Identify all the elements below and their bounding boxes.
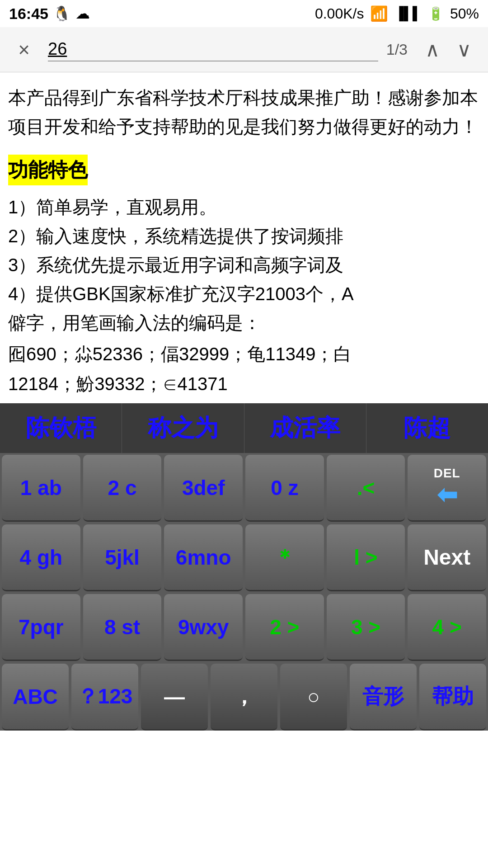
candidate-3[interactable]: 陈超 — [366, 403, 488, 453]
feature-list: 1）简单易学，直观易用。 2）输入速度快，系统精选提供了按词频排 3）系统优先提… — [8, 193, 480, 337]
key-star[interactable]: ＊ — [245, 524, 324, 591]
key-0z[interactable]: 0 z — [245, 455, 324, 522]
notification-icon: 🐧 — [53, 5, 71, 22]
key-dash[interactable]: — — [141, 664, 208, 731]
prev-button[interactable]: ∧ — [417, 38, 448, 61]
rare-chars: 囮690；尛52336；偪32999；龟11349；白 12184；魵39332… — [8, 339, 480, 399]
key-7pqr[interactable]: 7pqr — [2, 594, 80, 661]
key-3gt[interactable]: 3 > — [327, 594, 405, 661]
candidate-1[interactable]: 称之为 — [122, 403, 244, 453]
key-2c[interactable]: 2 c — [83, 455, 162, 522]
keyboard-row-last: ABC ？123 — ， ○ 音形 帮助 — [2, 664, 486, 731]
key-del[interactable]: DEL ⬅ — [408, 455, 486, 522]
feature-2: 2）输入速度快，系统精选提供了按词频排 — [8, 222, 480, 250]
rare-line-2: 12184；魵39332；∈41371 — [8, 369, 480, 399]
key-1ab[interactable]: 1 ab — [2, 455, 80, 522]
key-2gt[interactable]: 2 > — [245, 594, 324, 661]
key-circle[interactable]: ○ — [280, 664, 347, 731]
candidate-0[interactable]: 陈钦梧 — [0, 403, 122, 453]
backspace-icon: ⬅ — [437, 481, 457, 509]
key-8st[interactable]: 8 st — [83, 594, 162, 661]
key-l-gt[interactable]: l > — [327, 524, 405, 591]
doc-intro: 本产品得到广东省科学技术厅科技成果推广助！感谢参加本项目开发和给予支持帮助的见是… — [8, 83, 480, 141]
rare-line-1: 囮690；尛52336；偪32999；龟11349；白 — [8, 339, 480, 369]
keyboard-row-1: 1 ab 2 c 3def 0 z .< DEL ⬅ — [2, 455, 486, 522]
wifi-icon: 📶 — [370, 5, 388, 22]
feature-1: 1）简单易学，直观易用。 — [8, 193, 480, 222]
search-term[interactable]: 26 — [48, 38, 378, 61]
next-button[interactable]: Next — [408, 524, 486, 591]
key-yinxing[interactable]: 音形 — [350, 664, 417, 731]
section-title: 功能特色 — [8, 155, 88, 185]
candidate-2[interactable]: 成活率 — [244, 403, 366, 453]
status-bar: 16:45 🐧 ☁ 0.00K/s 📶 ▐▌▌ 🔋 50% — [0, 0, 488, 27]
key-abc[interactable]: ABC — [2, 664, 69, 731]
key-123[interactable]: ？123 — [71, 664, 138, 731]
keyboard: 1 ab 2 c 3def 0 z .< DEL ⬅ 4 gh 5jkl — [0, 453, 488, 731]
key-6mno[interactable]: 6mno — [164, 524, 243, 591]
key-4gt[interactable]: 4 > — [408, 594, 486, 661]
feature-5: 僻字，用笔画输入法的编码是： — [8, 308, 480, 337]
close-button[interactable]: × — [8, 38, 40, 61]
key-4gh[interactable]: 4 gh — [2, 524, 80, 591]
battery-level: 50% — [450, 5, 479, 22]
keyboard-row-2: 4 gh 5jkl 6mno ＊ l > Next — [2, 524, 486, 591]
key-comma[interactable]: ， — [211, 664, 277, 731]
network-speed: 0.00K/s — [315, 5, 364, 22]
candidate-bar: 陈钦梧 称之为 成活率 陈超 — [0, 403, 488, 453]
cloud-icon: ☁ — [75, 5, 90, 22]
document-content: 本产品得到广东省科学技术厅科技成果推广助！感谢参加本项目开发和给予支持帮助的见是… — [0, 72, 488, 403]
status-time: 16:45 — [9, 5, 48, 23]
signal-icon: ▐▌▌ — [394, 6, 422, 21]
key-dot-lt[interactable]: .< — [327, 455, 405, 522]
key-5jkl[interactable]: 5jkl — [83, 524, 162, 591]
feature-4: 4）提供GBK国家标准扩充汉字21003个，A — [8, 279, 480, 308]
key-9wxy[interactable]: 9wxy — [164, 594, 243, 661]
next-button[interactable]: ∨ — [448, 38, 480, 61]
feature-3: 3）系统优先提示最近用字词和高频字词及 — [8, 250, 480, 279]
key-bangzhu[interactable]: 帮助 — [419, 664, 486, 731]
del-label: DEL — [434, 466, 460, 481]
battery-icon: 🔋 — [428, 6, 444, 21]
page-info: 1/3 — [386, 41, 408, 58]
keyboard-row-3: 7pqr 8 st 9wxy 2 > 3 > 4 > — [2, 594, 486, 661]
toolbar: × 26 1/3 ∧ ∨ — [0, 27, 488, 72]
key-3def[interactable]: 3def — [164, 455, 243, 522]
